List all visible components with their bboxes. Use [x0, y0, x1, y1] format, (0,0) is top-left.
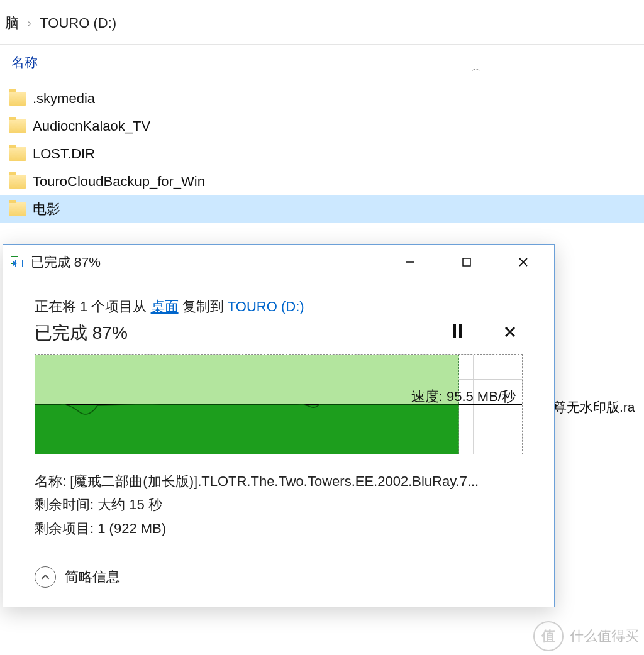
folder-icon	[9, 147, 26, 161]
file-list: .skymedia AudiocnKalaok_TV LOST.DIR Tour…	[0, 74, 644, 223]
window-title: 已完成 87%	[31, 253, 101, 271]
transfer-speed-graph[interactable]: 速度: 95.5 MB/秒	[35, 354, 523, 454]
breadcrumb-parent[interactable]: 脑	[5, 14, 19, 33]
svg-rect-18	[35, 404, 459, 454]
folder-icon	[9, 175, 26, 189]
breadcrumb[interactable]: 脑 › TOURO (D:)	[0, 0, 644, 45]
file-name: .skymedia	[33, 91, 95, 107]
column-header-row[interactable]: 名称	[0, 45, 644, 74]
file-name: 电影	[33, 200, 60, 219]
chevron-up-circle-icon	[35, 566, 56, 588]
list-item[interactable]: AudiocnKalaok_TV	[0, 113, 644, 140]
toggle-details-label: 简略信息	[65, 568, 120, 586]
list-item[interactable]: TouroCloudBackup_for_Win	[0, 168, 644, 195]
toggle-details[interactable]: 简略信息	[35, 566, 523, 588]
progress-text: 已完成 87%	[35, 321, 128, 345]
svg-rect-17	[35, 355, 459, 404]
transfer-details: 名称: [魔戒二部曲(加长版)].TLOTR.The.Two.Towers.EE…	[35, 470, 523, 540]
copy-progress-icon	[11, 256, 25, 268]
occluded-filename: 尊无水印版.ra	[553, 399, 635, 416]
source-link[interactable]: 桌面	[151, 299, 179, 314]
file-name: AudiocnKalaok_TV	[33, 118, 150, 135]
destination-link[interactable]: TOURO (D:)	[228, 299, 304, 314]
item-name: [魔戒二部曲(加长版)].TLOTR.The.Two.Towers.EE.200…	[70, 473, 479, 489]
close-button[interactable]	[495, 250, 552, 275]
minimize-button[interactable]	[382, 250, 438, 275]
folder-icon	[9, 202, 26, 216]
folder-icon	[9, 92, 26, 106]
items-remaining: 1 (922 MB)	[97, 520, 166, 536]
list-item[interactable]: LOST.DIR	[0, 140, 644, 168]
list-item[interactable]: .skymedia	[0, 85, 644, 113]
titlebar[interactable]: 已完成 87%	[3, 245, 554, 278]
breadcrumb-current[interactable]: TOURO (D:)	[40, 15, 116, 31]
maximize-button[interactable]	[438, 250, 495, 275]
watermark-text: 什么值得买	[570, 627, 639, 646]
svg-rect-1	[463, 258, 470, 266]
watermark-logo-icon: 值	[533, 621, 564, 651]
time-remaining: 大约 15 秒	[97, 497, 162, 512]
pause-button[interactable]	[448, 324, 466, 342]
chevron-up-icon[interactable]: ︿	[472, 63, 480, 74]
chevron-right-icon: ›	[28, 18, 31, 29]
file-name: LOST.DIR	[33, 146, 95, 162]
copy-dialog: 已完成 87% 正在将 1 个项目从 桌面 复制到 TOURO (D:) 已完成…	[3, 244, 555, 607]
cancel-button[interactable]	[501, 324, 519, 342]
folder-icon	[9, 119, 26, 133]
column-header-name[interactable]: 名称	[11, 53, 38, 71]
list-item[interactable]: 电影	[0, 195, 644, 223]
speed-label: 速度: 95.5 MB/秒	[411, 387, 516, 406]
watermark: 值 什么值得买	[533, 621, 639, 651]
copy-status-line: 正在将 1 个项目从 桌面 复制到 TOURO (D:)	[35, 297, 523, 316]
file-name: TouroCloudBackup_for_Win	[33, 173, 205, 190]
